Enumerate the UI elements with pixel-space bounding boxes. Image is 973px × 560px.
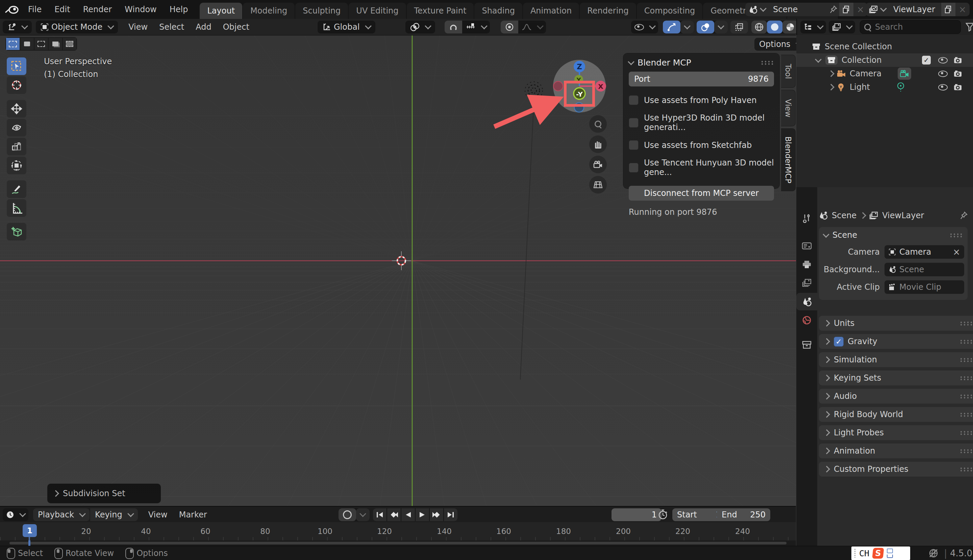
disable-render-toggle[interactable] — [954, 84, 962, 90]
menu-select[interactable]: Select — [154, 22, 190, 32]
filter-funnel-icon[interactable] — [966, 23, 973, 32]
clear-x-icon[interactable]: × — [953, 247, 960, 257]
timeline-menu-marker[interactable]: Marker — [173, 510, 213, 520]
delete-viewlayer-button[interactable]: × — [955, 3, 970, 16]
tab-compositing[interactable]: Compositing — [637, 3, 703, 19]
tool-select-box[interactable] — [7, 57, 26, 75]
tab-sculpting[interactable]: Sculpting — [295, 3, 348, 19]
outliner-row-scene-collection[interactable]: Scene Collection — [796, 40, 973, 53]
menu-add[interactable]: Add — [190, 22, 217, 32]
overlays-settings-button[interactable] — [714, 21, 728, 33]
sidebar-tab-tool[interactable]: Tool — [781, 55, 796, 88]
zoom-button[interactable] — [589, 115, 607, 133]
ime-lang-indicator[interactable]: CH — [859, 548, 869, 558]
section-light-probes[interactable]: Light Probes — [819, 425, 973, 440]
outliner-row-light[interactable]: Light — [796, 80, 973, 94]
hide-eye-toggle[interactable] — [938, 57, 948, 63]
select-mode-extend[interactable] — [20, 38, 34, 50]
tool-transform[interactable] — [7, 157, 26, 174]
operator-panel[interactable]: Subdivision Set — [47, 484, 161, 503]
outliner-row-collection[interactable]: Collection ✓ — [796, 53, 973, 67]
properties-tab-world[interactable] — [796, 312, 817, 329]
properties-tab-tool[interactable] — [796, 209, 817, 227]
play-button[interactable] — [416, 508, 429, 521]
snap-toggle-button[interactable] — [445, 21, 462, 33]
properties-tab-scene[interactable] — [796, 293, 817, 310]
active-clip-field[interactable]: Movie Clip — [885, 280, 964, 294]
section-audio[interactable]: Audio — [819, 389, 973, 403]
section-custom-properties[interactable]: Custom Properties — [819, 462, 973, 477]
xray-toggle[interactable] — [731, 21, 748, 33]
ime-toolbar[interactable]: CH S — [851, 547, 910, 560]
stopwatch-icon[interactable] — [658, 509, 668, 520]
menu-help[interactable]: Help — [163, 0, 195, 19]
tool-annotate[interactable] — [7, 180, 26, 198]
jump-to-start-button[interactable] — [373, 508, 387, 521]
select-mode-subtract[interactable] — [35, 38, 48, 50]
menu-render[interactable]: Render — [77, 0, 118, 19]
menu-edit[interactable]: Edit — [48, 0, 76, 19]
section-animation[interactable]: Animation — [819, 443, 973, 458]
proportional-falloff-button[interactable] — [518, 23, 546, 31]
section-gravity[interactable]: ✓Gravity — [819, 334, 973, 349]
tab-rendering[interactable]: Rendering — [580, 3, 636, 19]
sidebar-tab-blendermcp[interactable]: BlenderMCP — [781, 128, 796, 191]
tab-shading[interactable]: Shading — [474, 3, 522, 19]
expand-icon[interactable] — [828, 70, 834, 77]
gravity-checkbox[interactable]: ✓ — [834, 337, 844, 347]
checkbox-hyper3d[interactable]: Use Hyper3D Rodin 3D model generati... — [629, 113, 774, 132]
keying-dropdown[interactable]: Keying — [90, 508, 138, 521]
panel-grip[interactable] — [761, 60, 774, 65]
new-scene-button[interactable] — [839, 3, 853, 16]
outliner-filter-id-dropdown[interactable] — [829, 21, 855, 33]
gizmo-settings-button[interactable] — [681, 21, 694, 33]
show-overlays-toggle[interactable] — [697, 21, 714, 33]
prev-keyframe-button[interactable] — [387, 508, 401, 521]
scene-name[interactable]: Scene — [769, 5, 828, 14]
tool-add-cube[interactable] — [7, 223, 26, 240]
mode-dropdown[interactable]: Object Mode — [36, 21, 118, 33]
playhead[interactable]: 1 — [23, 524, 37, 537]
checkbox-sketchfab[interactable]: Use assets from Sketchfab — [629, 140, 774, 150]
tool-scale[interactable] — [7, 138, 26, 155]
expand-icon[interactable] — [815, 56, 822, 63]
end-frame-field[interactable]: End 250 — [717, 508, 770, 521]
editor-type-button[interactable] — [3, 21, 32, 33]
pan-button[interactable] — [589, 135, 607, 153]
outliner-search[interactable] — [860, 20, 961, 34]
toggle-perspective-button[interactable] — [589, 176, 607, 193]
tab-animation[interactable]: Animation — [523, 3, 579, 19]
shading-wireframe-button[interactable] — [751, 21, 767, 33]
properties-tab-viewlayer[interactable] — [796, 274, 817, 292]
section-units[interactable]: Units — [819, 316, 973, 331]
viewlayer-name[interactable]: ViewLayer — [889, 5, 941, 14]
hide-eye-toggle[interactable] — [938, 84, 948, 90]
timeline-ruler[interactable]: 20 40 60 80 100 120 140 160 180 200 220 … — [0, 522, 796, 540]
new-viewlayer-button[interactable] — [941, 3, 955, 16]
next-keyframe-button[interactable] — [430, 508, 443, 521]
section-simulation[interactable]: Simulation — [819, 352, 973, 367]
panel-grip[interactable] — [950, 233, 963, 237]
proportional-edit-toggle[interactable] — [501, 21, 518, 33]
timeline-menu-view[interactable]: View — [143, 510, 173, 520]
select-mode-set[interactable] — [6, 38, 20, 50]
auto-keying-toggle[interactable] — [339, 508, 356, 521]
breadcrumb-viewlayer[interactable]: ViewLayer — [882, 211, 924, 220]
disable-render-toggle[interactable] — [954, 57, 962, 63]
select-mode-intersect[interactable] — [63, 38, 76, 50]
pin-icon[interactable] — [830, 5, 837, 13]
jump-to-end-button[interactable] — [444, 508, 457, 521]
exclude-checkbox[interactable]: ✓ — [922, 56, 931, 65]
snap-settings-button[interactable] — [462, 23, 490, 31]
breadcrumb-scene[interactable]: Scene — [832, 211, 856, 220]
tool-rotate[interactable] — [7, 119, 26, 137]
viewlayer-browse-button[interactable] — [866, 3, 889, 16]
sidebar-tab-view[interactable]: View — [781, 90, 796, 126]
background-scene-field[interactable]: Scene — [885, 263, 964, 276]
properties-tab-collection[interactable] — [796, 336, 817, 353]
shading-solid-button[interactable] — [767, 21, 783, 33]
expand-icon[interactable] — [828, 84, 834, 90]
tab-texture-paint[interactable]: Texture Paint — [407, 3, 474, 19]
select-mode-invert[interactable] — [48, 38, 62, 50]
light-data-icon[interactable] — [896, 82, 905, 92]
